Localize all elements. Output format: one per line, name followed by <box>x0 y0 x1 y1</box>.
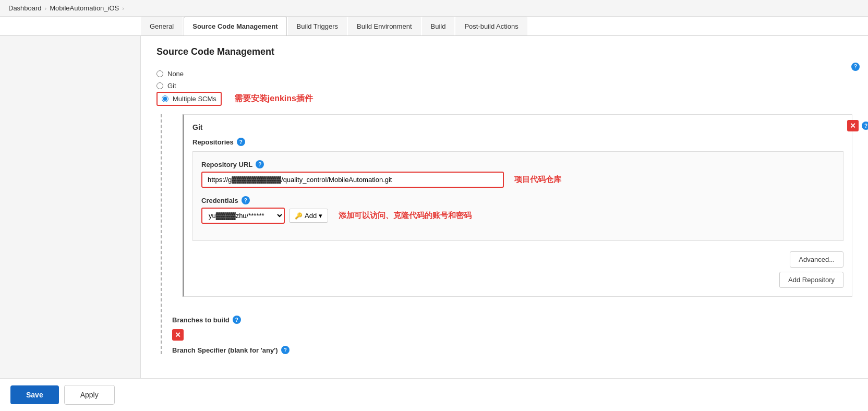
bottom-bar: Save Apply <box>0 378 868 411</box>
cred-row: yu▓▓▓▓zhu/****** 🔑 Add ▾ 添加可以访问、克隆代码的账号和… <box>201 208 835 224</box>
tab-general[interactable]: General <box>141 17 183 35</box>
section-title: Source Code Management <box>156 46 852 57</box>
key-icon: 🔑 <box>295 212 303 220</box>
git-section-title: Git <box>192 123 843 131</box>
branches-delete-row: ✕ <box>172 329 852 341</box>
radio-git-input[interactable] <box>156 82 163 89</box>
git-delete-area: ✕ ? <box>847 120 868 131</box>
right-actions: Advanced... Add Repository <box>192 251 843 288</box>
help-icon-branches[interactable]: ? <box>233 316 241 324</box>
repo-url-annotation: 项目代码仓库 <box>514 175 561 185</box>
radio-none-label: None <box>167 70 184 78</box>
branch-specifier-label-text: Branch Specifier (blank for 'any') <box>172 346 278 354</box>
repositories-text: Repositories <box>192 138 234 146</box>
credentials-annotation: 添加可以访问、克隆代码的账号和密码 <box>339 211 472 221</box>
url-row: 项目代码仓库 <box>201 172 835 188</box>
credentials-group: Credentials ? yu▓▓▓▓zhu/****** 🔑 Add ▾ <box>201 196 835 224</box>
radio-none[interactable]: None <box>156 68 852 80</box>
sidebar <box>0 36 141 411</box>
radio-multiple-scms[interactable]: Multiple SCMs <box>156 92 222 106</box>
repo-url-label-text: Repository URL <box>201 161 252 168</box>
tab-build-triggers[interactable]: Build Triggers <box>288 17 347 35</box>
content-area: ? Source Code Management None Git Multip… <box>141 36 868 411</box>
git-section: ✕ ? Git Repositories ? Repository UR <box>183 114 852 297</box>
repo-url-input[interactable] <box>201 172 504 188</box>
repositories-label: Repositories ? <box>192 138 843 146</box>
apply-button[interactable]: Apply <box>64 385 115 405</box>
advanced-button[interactable]: Advanced... <box>790 251 843 268</box>
top-right-help: ? <box>851 62 860 71</box>
main-container: ? Source Code Management None Git Multip… <box>0 36 868 411</box>
branches-label: Branches to build ? <box>172 316 852 324</box>
help-icon-top[interactable]: ? <box>851 63 860 71</box>
tab-build[interactable]: Build <box>422 17 455 35</box>
breadcrumb-dashboard[interactable]: Dashboard <box>8 4 42 12</box>
help-icon-repos[interactable]: ? <box>237 138 245 146</box>
radio-multiple-scms-input[interactable] <box>162 95 168 102</box>
repo-url-label: Repository URL ? <box>201 160 835 168</box>
branches-section: Branches to build ? ✕ Branch Specifier (… <box>172 307 852 354</box>
annotation-plugin: 需要安装jenkins插件 <box>234 93 313 104</box>
git-delete-button[interactable]: ✕ <box>847 120 859 131</box>
branches-delete-button[interactable]: ✕ <box>172 329 184 341</box>
tab-build-environment[interactable]: Build Environment <box>348 17 421 35</box>
help-icon-repo-url[interactable]: ? <box>256 160 264 168</box>
branch-specifier-group: Branch Specifier (blank for 'any') ? <box>172 346 852 354</box>
radio-multiple-scms-label: Multiple SCMs <box>173 95 216 103</box>
add-dropdown-arrow: ▾ <box>319 212 322 220</box>
add-btn-label: Add <box>305 212 317 220</box>
breadcrumb-arrow-1: › <box>45 5 47 11</box>
scm-content: ✕ ? Git Repositories ? Repository UR <box>161 114 852 354</box>
branches-label-text: Branches to build <box>172 316 230 324</box>
help-icon-git[interactable]: ? <box>862 122 868 130</box>
repo-box: Repository URL ? 项目代码仓库 Credentials ? <box>192 151 843 241</box>
save-button[interactable]: Save <box>10 385 59 404</box>
branch-specifier-label: Branch Specifier (blank for 'any') ? <box>172 346 852 354</box>
breadcrumb-arrow-2: › <box>122 5 124 11</box>
repo-url-group: Repository URL ? 项目代码仓库 <box>201 160 835 188</box>
credentials-select[interactable]: yu▓▓▓▓zhu/****** <box>201 208 285 224</box>
breadcrumb-bar: Dashboard › MobileAutomation_iOS › <box>0 0 868 17</box>
radio-git[interactable]: Git <box>156 80 852 92</box>
help-icon-credentials[interactable]: ? <box>242 196 250 204</box>
radio-none-input[interactable] <box>156 70 163 77</box>
breadcrumb-project[interactable]: MobileAutomation_iOS <box>50 4 119 12</box>
add-credentials-button[interactable]: 🔑 Add ▾ <box>289 209 328 223</box>
tab-source-code-management[interactable]: Source Code Management <box>184 17 286 35</box>
help-icon-branch-specifier[interactable]: ? <box>281 346 290 354</box>
credentials-label-text: Credentials <box>201 197 238 204</box>
git-title-text: Git <box>192 123 202 131</box>
scm-radio-group: None Git Multiple SCMs 需要安装jenkins插件 <box>156 68 852 106</box>
tab-post-build-actions[interactable]: Post-build Actions <box>455 17 527 35</box>
tab-bar: General Source Code Management Build Tri… <box>0 17 868 36</box>
radio-git-label: Git <box>167 82 176 90</box>
add-repository-button[interactable]: Add Repository <box>779 272 843 288</box>
credentials-label: Credentials ? <box>201 196 835 204</box>
